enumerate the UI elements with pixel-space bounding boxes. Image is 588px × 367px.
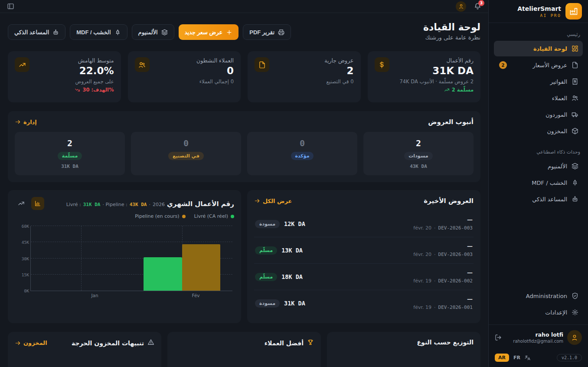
stage-drafts[interactable]: 2 مسودات 43K DA <box>363 132 474 175</box>
bar-pipeline[interactable] <box>182 244 220 291</box>
factory-logo-icon[interactable] <box>565 3 582 20</box>
printer-icon <box>278 29 284 36</box>
kpi-label: عروض جارية <box>324 57 353 64</box>
monthly-revenue-card: رقم الأعمال الشهري Livré : 31K DA · Pipe… <box>8 190 241 323</box>
legend-dot-green <box>231 215 234 218</box>
layers-icon <box>572 163 578 170</box>
receipt-icon <box>572 78 578 85</box>
truck-icon <box>572 111 578 118</box>
sidebar-item-administration[interactable]: Administration <box>494 288 583 304</box>
arrow-right-icon <box>15 340 21 346</box>
sidebar-item-inventory[interactable]: المخزون <box>494 123 583 139</box>
sidebar-item-settings[interactable]: الإعدادات <box>494 305 583 320</box>
line-chart-toggle[interactable] <box>15 197 28 210</box>
package-icon <box>572 128 578 134</box>
recent-quotes-title: العروض الأخيرة <box>424 197 474 205</box>
quote-row[interactable]: — févr. 19·DEV-2026-002 18K DA مسلّم <box>254 264 474 290</box>
quote-ref: DEV-2026-003 <box>438 225 473 231</box>
sidebar-item-dashboard[interactable]: لوحة القيادة <box>494 41 583 56</box>
arrow-right-icon <box>15 119 21 125</box>
kpi-sub: 0 إجمالي العملاء <box>196 79 234 85</box>
logout-icon[interactable] <box>495 334 502 341</box>
pdf-report-label: تقرير PDF <box>249 29 274 36</box>
bar-livre[interactable] <box>144 257 182 291</box>
kpi-label: متوسط الهامش <box>75 57 114 64</box>
version-badge: v2.1.0 <box>557 354 582 361</box>
y-axis-tick: 0K <box>17 288 29 293</box>
line-chart-icon <box>18 200 25 207</box>
quote-ref: DEV-2026-001 <box>438 305 473 310</box>
status-badge: مسودات <box>404 152 432 160</box>
quote-amount: 31K DA <box>284 300 305 307</box>
chart-plot[interactable]: 0K15K30K45K60K <box>30 226 232 291</box>
y-axis-tick: 45K <box>17 240 29 245</box>
stage-in-production[interactable]: 0 في التصنيع <box>131 132 241 175</box>
quote-row[interactable]: — févr. 20·DEV-2026-003 12K DA مسودة <box>254 211 474 237</box>
y-axis-tick: 60K <box>17 224 29 229</box>
stock-alerts-card: تنبيهات المخزون الحرجة المخزون <box>8 332 161 367</box>
language-fr-button[interactable]: FR <box>513 355 520 360</box>
sidebar-item-aluminum[interactable]: الألمنيوم <box>494 158 583 174</box>
trending-up-icon <box>444 87 450 93</box>
file-icon <box>255 57 269 72</box>
user-avatar <box>567 330 582 345</box>
kpi-value: 31K DA <box>399 65 474 76</box>
sidebar-item-invoices[interactable]: الفواتير <box>494 74 583 89</box>
kpi-row: رقم الأعمال 31K DA 2 عروض مسلّمة · الأنب… <box>8 51 480 102</box>
sidebar-item-clients[interactable]: العملاء <box>494 90 583 106</box>
plus-icon <box>226 29 232 36</box>
users-icon <box>135 57 150 72</box>
sidebar-item-smart-assistant[interactable]: المساعد الذكي <box>494 191 583 207</box>
user-avatar[interactable] <box>456 1 466 12</box>
robot-icon <box>52 29 59 36</box>
layers-icon <box>161 29 168 36</box>
sidebar-item-suppliers[interactable]: الموردون <box>494 107 583 122</box>
chart-area: 0K15K30K45K60K JanFév <box>16 226 232 300</box>
main-area: 3 لوحة القيادة نظرة عامة على ورشتك تقرير… <box>0 0 488 367</box>
wood-mdf-label: الخشب / MDF <box>76 29 111 36</box>
quote-row[interactable]: — févr. 20·DEV-2026-003 13K DA مسلّم <box>254 237 474 264</box>
view-all-link[interactable]: عرض الكل <box>254 198 292 204</box>
stage-delivered[interactable]: 2 مسلّمة 31K DA <box>15 132 125 175</box>
wood-mdf-button[interactable]: الخشب / MDF <box>70 24 127 40</box>
notifications-bell-icon[interactable]: 3 <box>474 3 481 10</box>
brand-plan: AI PRO <box>517 13 561 18</box>
dollar-icon <box>375 57 389 72</box>
legend-dot-amber <box>182 215 186 218</box>
bar-chart-icon <box>34 200 41 207</box>
chart-subtitle: Livré : 31K DA · Pipeline : 43K DA · 202… <box>66 202 165 207</box>
sidebar-item-wood-mdf[interactable]: الخشب / MDF <box>494 175 583 190</box>
shield-check-icon <box>572 292 578 299</box>
kpi-value: 22.0% <box>75 65 114 76</box>
new-quote-button[interactable]: عرض سعر جديد <box>179 24 239 40</box>
top-clients-card: أفضل العملاء <box>167 332 321 367</box>
app: 3 لوحة القيادة نظرة عامة على ورشتك تقرير… <box>0 0 588 367</box>
gridline <box>31 226 232 226</box>
status-badge: مسلّمة <box>58 152 82 160</box>
user-block[interactable]: raho lotfi raholotfidz@gmail.com <box>489 324 588 350</box>
page-header: لوحة القيادة نظرة عامة على ورشتك تقرير P… <box>8 22 480 41</box>
aluminum-button[interactable]: الألمنيوم <box>132 24 174 40</box>
quote-ref: DEV-2026-002 <box>438 278 473 284</box>
bar-chart-toggle[interactable] <box>31 197 44 210</box>
gear-icon <box>572 309 578 316</box>
sidebar-toggle-icon[interactable] <box>7 3 14 10</box>
language-ar-button[interactable]: AR <box>495 354 509 362</box>
pdf-report-button[interactable]: تقرير PDF <box>243 24 291 40</box>
quote-amount: 12K DA <box>284 220 305 227</box>
pipeline-manage-link[interactable]: إدارة <box>15 119 37 125</box>
smart-assistant-button[interactable]: المساعد الذكي <box>8 24 65 40</box>
nav-section-ai: وحدات ذكاء اصطناعي <box>497 149 580 155</box>
status-badge: مسودة <box>255 299 280 308</box>
stage-confirmed[interactable]: 0 مؤكدة <box>247 132 357 175</box>
stock-link[interactable]: المخزون <box>15 340 47 346</box>
pipeline-stages: 2 مسودات 43K DA 0 مؤكدة 0 في التصنيع 2 <box>15 132 474 175</box>
kpi-card-active-clients: العملاء النشطون 0 0 إجمالي العملاء <box>128 51 241 102</box>
kpi-trend: الهدف: 30% <box>75 87 114 93</box>
notification-count-badge: 3 <box>478 0 484 6</box>
kpi-sub: على جميع العروض <box>75 79 114 85</box>
sidebar-item-quotes[interactable]: عروض الأسعار 2 <box>494 57 583 73</box>
brand-name: AtelierSmart <box>517 5 561 12</box>
quote-row[interactable]: — févr. 19·DEV-2026-001 31K DA مسودة <box>254 290 474 316</box>
top-clients-title: أفضل العملاء <box>265 340 304 347</box>
